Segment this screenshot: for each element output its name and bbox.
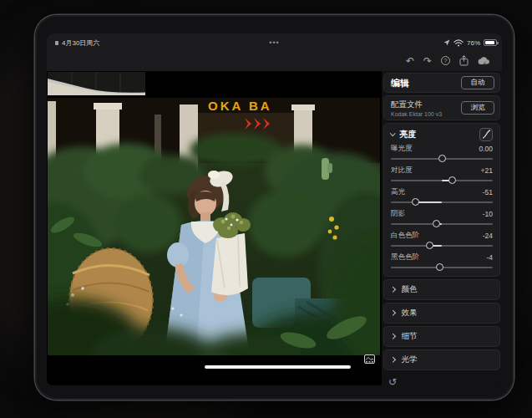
profile-value: Kodak Ektar 100 v3: [391, 111, 442, 117]
slider-label: 曝光度: [391, 144, 413, 154]
contrast-slider: 对比度 +21: [391, 164, 493, 186]
cloud-sync-icon[interactable]: [478, 56, 490, 65]
undo-icon[interactable]: ↶: [406, 56, 414, 66]
status-bar: 4月30日周六 ••• 76%: [47, 33, 502, 52]
slider-value: -4: [486, 253, 493, 262]
detail-section[interactable]: 细节: [383, 326, 500, 347]
tone-curve-button[interactable]: [479, 128, 493, 141]
exposure-slider: 曝光度 0.00: [391, 142, 493, 164]
whites-slider: 白色色阶 -24: [391, 229, 493, 251]
photo-canvas-area: OKA BA: [47, 71, 382, 385]
slider-label: 黑色色阶: [391, 252, 419, 263]
status-indicator-icon: [55, 41, 58, 45]
light-section-label: 亮度: [400, 129, 475, 140]
multitasking-dots-icon[interactable]: •••: [269, 38, 279, 47]
section-label: 颜色: [402, 284, 418, 295]
battery-icon: [484, 39, 497, 46]
highlights-slider: 高光 -51: [391, 186, 493, 207]
location-arrow-icon: [443, 39, 450, 46]
slider-label: 白色色阶: [391, 231, 419, 241]
profile-label: 配置文件: [391, 99, 442, 110]
redo-icon[interactable]: ↷: [423, 56, 432, 66]
color-section[interactable]: 颜色: [383, 279, 500, 300]
histogram[interactable]: [48, 72, 145, 95]
slider-label: 高光: [391, 187, 405, 197]
home-indicator[interactable]: [205, 365, 351, 369]
slider-knob[interactable]: [436, 263, 443, 271]
chevron-down-icon: [390, 130, 395, 135]
slider-value: -10: [483, 210, 493, 218]
wifi-icon: [453, 39, 464, 47]
panel-title: 编辑: [391, 77, 409, 89]
chevron-right-icon: [390, 334, 395, 339]
slider-knob[interactable]: [426, 242, 433, 249]
section-label: 效果: [402, 308, 418, 319]
effects-section[interactable]: 效果: [383, 303, 500, 324]
optics-section[interactable]: 光学: [383, 349, 500, 370]
ipad-device-frame: 4月30日周六 ••• 76%: [35, 15, 514, 400]
edit-panel: 编辑 自动 配置文件 Kodak Ektar 100 v3 浏览 亮: [382, 71, 502, 385]
ipad-screen: 4月30日周六 ••• 76%: [47, 33, 502, 385]
section-label: 光学: [402, 354, 418, 365]
auto-button[interactable]: 自动: [461, 76, 494, 89]
chevron-right-icon: [390, 357, 395, 362]
browse-button[interactable]: 浏览: [461, 101, 494, 115]
slider-label: 阴影: [391, 209, 405, 219]
chevron-right-icon: [390, 287, 395, 292]
chevron-right-icon: [390, 310, 395, 315]
light-section: 亮度 曝光度 0.00: [383, 123, 500, 277]
app-top-chrome: 4月30日周六 ••• 76%: [47, 33, 502, 71]
neon-sign-text: OKA BA: [208, 99, 272, 113]
slider-value: -24: [483, 232, 493, 240]
reset-row: ↺: [388, 374, 502, 385]
bouquet: [211, 212, 251, 295]
editor-toolbar: ↶ ↷ ?: [406, 55, 490, 66]
help-icon[interactable]: ?: [441, 56, 450, 65]
shadows-slider: 阴影 -10: [391, 207, 493, 229]
desktop-background: 4月30日周六 ••• 76%: [0, 0, 532, 418]
slider-value: 0.00: [479, 145, 493, 153]
edit-panel-header: 编辑 自动: [383, 73, 500, 93]
slider-knob[interactable]: [438, 155, 446, 162]
slider-knob[interactable]: [448, 176, 456, 184]
blacks-slider: 黑色色阶 -4: [391, 251, 493, 273]
photo[interactable]: OKA BA: [48, 98, 380, 355]
status-date: 4月30日周六: [62, 38, 99, 48]
slider-value: -51: [483, 188, 493, 196]
slider-label: 对比度: [391, 166, 413, 176]
filmstrip-toggle-icon[interactable]: [364, 352, 375, 367]
section-label: 细节: [402, 331, 418, 342]
reset-icon[interactable]: ↺: [388, 376, 397, 385]
share-icon[interactable]: [459, 55, 469, 66]
slider-knob[interactable]: [412, 198, 419, 206]
light-section-header[interactable]: 亮度: [391, 126, 493, 142]
profile-section: 配置文件 Kodak Ektar 100 v3 浏览: [383, 95, 500, 120]
slider-value: +21: [481, 166, 493, 175]
slider-knob[interactable]: [433, 220, 440, 227]
battery-percent: 76%: [467, 39, 480, 47]
